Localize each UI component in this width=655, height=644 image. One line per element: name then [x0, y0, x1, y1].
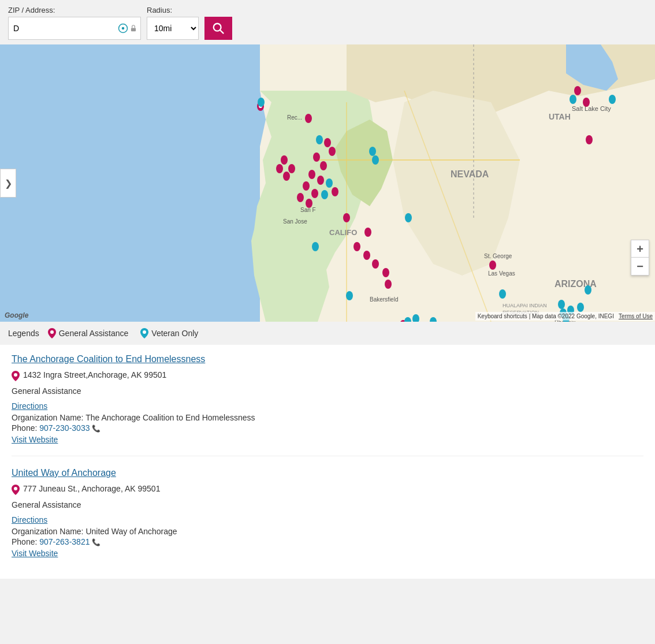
svg-point-73 — [405, 213, 412, 222]
org-address-2: 777 Juneau St., Anchorage, AK 99501 — [23, 484, 160, 493]
org-phone-line-2: Phone: 907-263-3821 📞 — [12, 537, 643, 546]
results-container: The Anchorage Coalition to End Homelessn… — [0, 345, 655, 579]
svg-point-64 — [364, 228, 371, 237]
svg-point-88 — [570, 95, 576, 104]
svg-point-91 — [143, 330, 146, 334]
org-type-1: General Assistance — [12, 386, 643, 396]
org-address-row-2: 777 Juneau St., Anchorage, AK 99501 — [12, 484, 643, 497]
svg-text:San Jose: San Jose — [283, 218, 307, 225]
svg-point-46 — [353, 242, 360, 251]
svg-point-1 — [122, 27, 125, 30]
phone-number-2[interactable]: 907-263-3821 — [39, 537, 90, 546]
svg-point-43 — [283, 172, 290, 181]
directions-link-2[interactable]: Directions — [12, 515, 643, 524]
zoom-out-button[interactable]: − — [631, 258, 649, 275]
svg-point-50 — [385, 280, 392, 289]
zip-group: ZIP / Address: — [8, 6, 141, 40]
radius-label: Radius: — [147, 6, 199, 14]
org-type-2: General Assistance — [12, 500, 643, 509]
svg-point-60 — [583, 98, 590, 107]
keyboard-shortcuts[interactable]: Keyboard shortcuts — [478, 313, 527, 319]
org-pin-icon-2 — [12, 484, 20, 497]
lock-icon — [129, 24, 137, 32]
svg-point-34 — [308, 170, 315, 179]
search-button[interactable] — [204, 17, 232, 40]
visit-website-2[interactable]: Visit Website — [12, 549, 643, 558]
svg-point-48 — [372, 259, 379, 269]
zoom-in-button[interactable]: + — [631, 240, 649, 258]
terms-of-use[interactable]: Terms of Use — [619, 313, 653, 319]
svg-point-58 — [489, 260, 496, 270]
svg-point-66 — [316, 135, 323, 144]
svg-point-29 — [305, 114, 312, 123]
svg-text:St. George: St. George — [484, 253, 512, 259]
svg-point-33 — [320, 161, 327, 170]
phone-number-1[interactable]: 907-230-3033 — [39, 423, 90, 433]
map-container[interactable]: NEVADA CALIFO ARIZONA UTAH Salt Lake Cit… — [0, 44, 655, 322]
svg-point-40 — [288, 164, 295, 173]
phone-label-2: Phone: — [12, 537, 37, 546]
general-assistance-label: General Assistance — [59, 329, 129, 338]
svg-point-89 — [574, 86, 581, 95]
legends-title: Legends — [8, 329, 39, 338]
svg-point-92 — [14, 373, 17, 377]
org-address-1: 1432 Ingra Street,Anchorage, AK 99501 — [23, 370, 166, 379]
svg-text:Rec...: Rec... — [287, 114, 302, 121]
org-entry-1: The Anchorage Coalition to End Homelessn… — [12, 354, 643, 456]
veteran-only-icon — [140, 327, 149, 339]
search-bar: ZIP / Address: Radius: 10mi 25mi 50mi 10 — [0, 0, 655, 44]
veteran-only-label: Veteran Only — [151, 329, 198, 338]
svg-point-78 — [499, 289, 506, 299]
svg-text:CALIFO: CALIFO — [329, 228, 357, 237]
search-icon — [212, 22, 225, 35]
directions-link-1[interactable]: Directions — [12, 401, 643, 411]
svg-point-70 — [346, 291, 353, 300]
map-attribution: Keyboard shortcuts | Map data ©2022 Goog… — [475, 312, 655, 321]
svg-point-31 — [329, 147, 336, 156]
org-detail-name-2: Organization Name: United Way of Anchora… — [12, 527, 643, 536]
svg-point-39 — [306, 199, 312, 208]
svg-rect-2 — [131, 28, 136, 31]
svg-point-45 — [343, 213, 350, 222]
svg-text:Bakersfield: Bakersfield — [370, 296, 398, 303]
svg-point-69 — [312, 242, 319, 251]
phone-icon-1: 📞 — [92, 425, 101, 433]
svg-point-44 — [332, 187, 338, 196]
zip-input-wrapper — [8, 17, 141, 40]
svg-text:HUALAPAI INDIAN: HUALAPAI INDIAN — [503, 303, 547, 308]
map-sidebar-toggle[interactable]: ❯ — [0, 169, 16, 198]
org-name-2[interactable]: United Way of Anchorage — [12, 468, 116, 478]
org-entry-2: United Way of Anchorage 777 Juneau St., … — [12, 468, 643, 569]
svg-text:UTAH: UTAH — [549, 112, 571, 121]
svg-point-87 — [609, 95, 616, 104]
legends-section: Legends General Assistance Veteran Only — [0, 322, 655, 345]
org-address-row-1: 1432 Ingra Street,Anchorage, AK 99501 — [12, 370, 643, 383]
svg-line-4 — [220, 30, 224, 33]
svg-point-72 — [372, 155, 379, 165]
radius-select[interactable]: 10mi 25mi 50mi 100mi — [147, 17, 199, 40]
svg-point-80 — [558, 300, 565, 309]
org-name-1[interactable]: The Anchorage Coalition to End Homelessn… — [12, 354, 205, 364]
zip-label: ZIP / Address: — [8, 6, 141, 14]
svg-point-65 — [258, 98, 265, 107]
svg-point-38 — [297, 193, 304, 202]
visit-website-1[interactable]: Visit Website — [12, 435, 643, 444]
svg-point-90 — [50, 330, 54, 334]
svg-point-93 — [14, 487, 17, 490]
org-detail-name-1: Organization Name: The Anchorage Coaliti… — [12, 413, 643, 422]
svg-point-49 — [382, 268, 389, 277]
svg-point-36 — [303, 181, 310, 191]
svg-text:Las Vegas: Las Vegas — [488, 270, 515, 277]
org-phone-line-1: Phone: 907-230-3033 📞 — [12, 423, 643, 433]
svg-text:NEVADA: NEVADA — [451, 169, 489, 179]
svg-point-71 — [369, 147, 376, 156]
svg-point-37 — [311, 189, 318, 198]
general-assistance-icon — [47, 327, 57, 339]
legend-general: General Assistance — [47, 327, 129, 339]
svg-point-83 — [585, 285, 591, 295]
map-data: Map data ©2022 Google, INEGI — [532, 313, 614, 319]
svg-point-47 — [363, 251, 370, 260]
radius-group: Radius: 10mi 25mi 50mi 100mi — [147, 6, 199, 40]
svg-point-61 — [586, 135, 593, 144]
map-zoom-controls: + − — [631, 240, 649, 276]
